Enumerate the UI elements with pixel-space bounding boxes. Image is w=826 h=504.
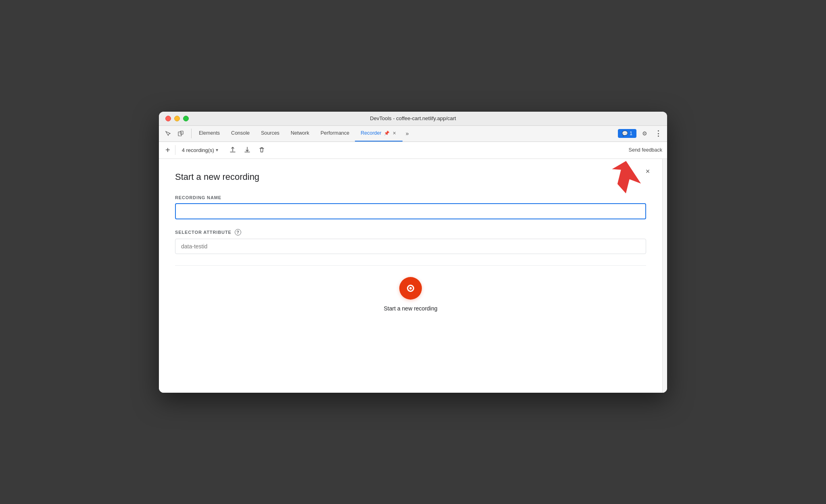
panel-title: Start a new recording bbox=[175, 172, 646, 182]
settings-button[interactable]: ⚙ bbox=[639, 128, 650, 139]
tab-recorder[interactable]: Recorder 📌 × bbox=[355, 125, 403, 142]
main-content: × Start a new recording RECORDING NAME S… bbox=[159, 159, 667, 393]
export-btn[interactable] bbox=[226, 144, 239, 156]
chat-icon: 💬 bbox=[622, 131, 628, 136]
tab-console[interactable]: Console bbox=[225, 125, 255, 142]
more-options-button[interactable]: ⋮ bbox=[653, 128, 664, 139]
tab-bar: Elements Console Sources Network Perform… bbox=[159, 126, 667, 142]
help-icon[interactable]: ? bbox=[235, 229, 241, 235]
devtools-icon-group bbox=[162, 128, 186, 139]
tab-network[interactable]: Network bbox=[285, 125, 315, 142]
maximize-button[interactable] bbox=[183, 116, 189, 121]
record-dot-icon bbox=[407, 285, 414, 292]
selector-attr-label: SELECTOR ATTRIBUTE bbox=[175, 230, 232, 235]
recording-name-input[interactable] bbox=[175, 203, 646, 219]
selector-attribute-section: SELECTOR ATTRIBUTE ? bbox=[175, 229, 646, 254]
tab-elements[interactable]: Elements bbox=[193, 125, 225, 142]
start-recording-label: Start a new recording bbox=[384, 305, 437, 312]
tab-sources[interactable]: Sources bbox=[255, 125, 285, 142]
close-button[interactable] bbox=[165, 116, 171, 121]
record-action: Start a new recording bbox=[175, 277, 646, 320]
recorder-toolbar: + 4 recording(s) ▾ bbox=[159, 142, 667, 159]
panel-close-btn[interactable]: × bbox=[641, 165, 654, 178]
device-icon-btn[interactable] bbox=[175, 128, 186, 139]
import-btn[interactable] bbox=[241, 144, 254, 156]
gear-icon: ⚙ bbox=[642, 130, 647, 137]
delete-btn[interactable] bbox=[255, 144, 268, 156]
dots-icon: ⋮ bbox=[655, 129, 662, 138]
more-tabs-btn[interactable]: » bbox=[403, 125, 412, 142]
recording-name-section: RECORDING NAME bbox=[175, 195, 646, 219]
traffic-lights bbox=[165, 116, 189, 121]
send-feedback-link[interactable]: Send feedback bbox=[629, 147, 662, 153]
minimize-button[interactable] bbox=[174, 116, 180, 121]
chevron-down-icon: ▾ bbox=[216, 147, 218, 153]
scrollbar[interactable] bbox=[662, 159, 667, 393]
tab-bar-divider bbox=[191, 129, 192, 138]
recorder-pin-icon: 📌 bbox=[384, 131, 390, 136]
chat-button[interactable]: 💬 1 bbox=[618, 129, 636, 138]
recording-selector[interactable]: 4 recording(s) ▾ bbox=[179, 146, 221, 155]
form-divider bbox=[175, 265, 646, 266]
tab-performance[interactable]: Performance bbox=[315, 125, 355, 142]
recorder-tab-close-btn[interactable]: × bbox=[392, 129, 397, 137]
tab-right-actions: 💬 1 ⚙ ⋮ bbox=[618, 128, 664, 139]
toolbar-action-group bbox=[226, 144, 268, 156]
start-recording-btn[interactable] bbox=[399, 277, 422, 300]
toolbar-divider bbox=[175, 145, 175, 155]
recording-name-label: RECORDING NAME bbox=[175, 195, 646, 200]
new-recording-panel: × Start a new recording RECORDING NAME S… bbox=[159, 159, 662, 393]
cursor-icon-btn[interactable] bbox=[162, 128, 173, 139]
devtools-window: DevTools - coffee-cart.netlify.app/cart … bbox=[159, 112, 667, 393]
title-bar: DevTools - coffee-cart.netlify.app/cart bbox=[159, 112, 667, 126]
svg-rect-0 bbox=[178, 132, 181, 136]
selector-attr-input[interactable] bbox=[175, 239, 646, 254]
window-title: DevTools - coffee-cart.netlify.app/cart bbox=[370, 115, 456, 121]
selector-label-row: SELECTOR ATTRIBUTE ? bbox=[175, 229, 646, 235]
add-recording-btn[interactable]: + bbox=[164, 144, 172, 156]
